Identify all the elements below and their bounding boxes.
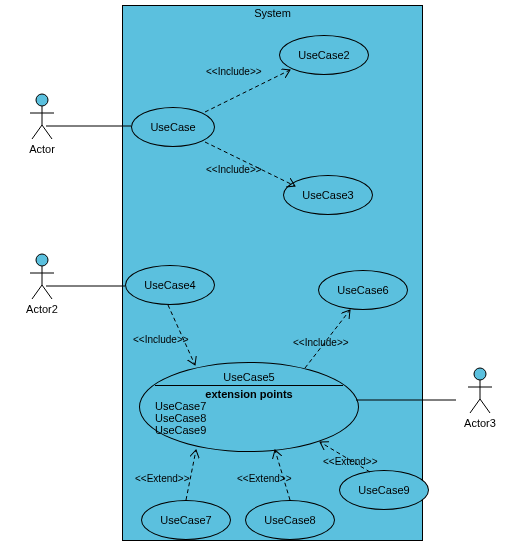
svg-line-9: [42, 285, 52, 299]
system-label: System: [123, 7, 422, 19]
svg-line-13: [470, 399, 480, 413]
usecase-4: UseCase4: [125, 265, 215, 305]
actor-icon: [28, 253, 56, 301]
actor-3-label: Actor3: [456, 417, 504, 429]
usecase-5-ep1: UseCase7: [155, 400, 343, 412]
svg-line-3: [32, 125, 42, 139]
usecase-9-label: UseCase9: [358, 484, 409, 496]
usecase-4-label: UseCase4: [144, 279, 195, 291]
include-label-1: <<Include>>: [206, 66, 262, 77]
include-label-4: <<Include>>: [293, 337, 349, 348]
extend-label-3: <<Extend>>: [323, 456, 378, 467]
usecase-7: UseCase7: [141, 500, 231, 540]
usecase-2-label: UseCase2: [298, 49, 349, 61]
actor-icon: [28, 93, 56, 141]
svg-line-4: [42, 125, 52, 139]
usecase-6: UseCase6: [318, 270, 408, 310]
usecase-3-label: UseCase3: [302, 189, 353, 201]
extend-label-1: <<Extend>>: [135, 473, 190, 484]
usecase-2: UseCase2: [279, 35, 369, 75]
usecase-1: UseCase: [131, 107, 215, 147]
usecase-5-ep-label: extension points: [155, 388, 343, 400]
usecase-6-label: UseCase6: [337, 284, 388, 296]
actor-3: Actor3: [456, 367, 504, 429]
usecase-5: UseCase5 extension points UseCase7 UseCa…: [139, 362, 359, 452]
svg-point-5: [36, 254, 48, 266]
actor-1-label: Actor: [18, 143, 66, 155]
actor-2: Actor2: [18, 253, 66, 315]
diagram-canvas: System Actor Actor2 Actor3: [0, 0, 528, 545]
usecase-7-label: UseCase7: [160, 514, 211, 526]
usecase-1-label: UseCase: [150, 121, 195, 133]
usecase-9: UseCase9: [339, 470, 429, 510]
usecase-3: UseCase3: [283, 175, 373, 215]
usecase-5-ep3: UseCase9: [155, 424, 343, 436]
svg-line-8: [32, 285, 42, 299]
usecase-5-ep2: UseCase8: [155, 412, 343, 424]
svg-point-10: [474, 368, 486, 380]
actor-2-label: Actor2: [18, 303, 66, 315]
usecase-8: UseCase8: [245, 500, 335, 540]
usecase-5-title: UseCase5: [155, 371, 343, 386]
extend-label-2: <<Extend>>: [237, 473, 292, 484]
include-label-3: <<Include>>: [133, 334, 189, 345]
svg-point-0: [36, 94, 48, 106]
svg-line-14: [480, 399, 490, 413]
actor-icon: [466, 367, 494, 415]
usecase-5-body: UseCase5 extension points UseCase7 UseCa…: [155, 371, 343, 436]
usecase-8-label: UseCase8: [264, 514, 315, 526]
include-label-2: <<Include>>: [206, 164, 262, 175]
actor-1: Actor: [18, 93, 66, 155]
